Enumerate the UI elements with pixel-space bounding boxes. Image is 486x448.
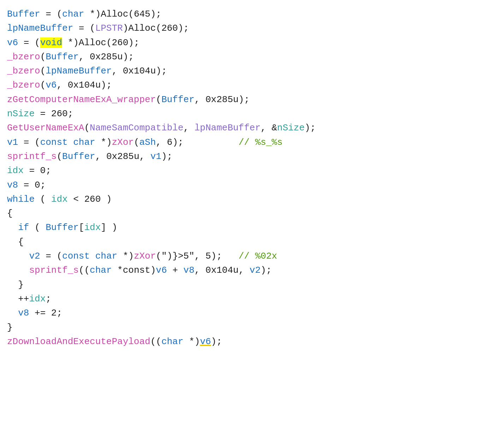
code-token: , 0x285u, xyxy=(95,151,150,162)
code-token: _bzero xyxy=(7,66,40,76)
code-token: , 0x285u); xyxy=(195,94,250,105)
code-line: lpNameBuffer = (LPSTR)Alloc(260); xyxy=(7,21,479,35)
code-token: ); xyxy=(161,151,172,162)
code-token: aSh xyxy=(140,137,156,148)
code-token: , 0x104u); xyxy=(112,66,167,76)
code-token: idx xyxy=(84,222,101,233)
code-line: sprintf_s(Buffer, 0x285u, v1); xyxy=(7,149,479,164)
code-token: = ( xyxy=(73,23,95,34)
code-token: *) xyxy=(183,336,200,347)
code-line: _bzero(Buffer, 0x285u); xyxy=(7,50,479,64)
code-token: { xyxy=(7,237,24,247)
code-token: zGetComputerNameExA_wrapper xyxy=(7,94,156,105)
code-token: zXor xyxy=(112,137,134,148)
code-token: char xyxy=(161,336,183,347)
code-token: lpNameBuffer xyxy=(7,23,73,34)
code-token: v1 xyxy=(7,137,18,148)
code-token: [ xyxy=(79,222,84,233)
code-token: ( xyxy=(40,80,46,90)
code-token: Buffer xyxy=(161,94,195,105)
code-line: } xyxy=(7,320,479,335)
code-token: *)Alloc(645); xyxy=(84,9,161,19)
code-token: )Alloc(260); xyxy=(123,23,189,34)
code-token: Buffer xyxy=(62,151,95,162)
code-line: } xyxy=(7,278,479,292)
code-token xyxy=(7,251,29,261)
code-token: nSize xyxy=(277,123,305,133)
code-token: (")}>5", 5); xyxy=(156,251,238,261)
code-token xyxy=(7,308,18,318)
code-token: ); xyxy=(211,336,222,347)
code-token: _bzero xyxy=(7,52,40,62)
code-token: v6 xyxy=(46,80,57,90)
code-token: ( xyxy=(84,123,90,133)
code-token: const char xyxy=(40,137,95,148)
code-token: sprintf_s xyxy=(29,265,78,276)
code-token: char xyxy=(62,9,84,19)
code-token: Buffer xyxy=(46,52,79,62)
code-token: ); xyxy=(261,265,272,276)
code-token: GetUserNameExA xyxy=(7,123,84,133)
code-token: ] ) xyxy=(101,222,117,233)
code-token: *) xyxy=(117,251,134,261)
code-token: v1 xyxy=(150,151,161,162)
code-token: v6 xyxy=(156,265,167,276)
code-token: v6 xyxy=(7,37,18,48)
code-token: < 260 ) xyxy=(68,194,112,205)
code-token: zDownloadAndExecutePayload xyxy=(7,336,150,347)
code-line: v6 = (void *)Alloc(260); xyxy=(7,36,479,50)
code-token: char xyxy=(90,265,112,276)
code-line: ++idx; xyxy=(7,292,479,306)
code-token: v2 xyxy=(29,251,40,261)
code-line: GetUserNameExA(NameSamCompatible, lpName… xyxy=(7,121,479,135)
code-token: = ( xyxy=(40,9,62,19)
code-line: _bzero(lpNameBuffer, 0x104u); xyxy=(7,64,479,78)
code-token xyxy=(7,222,18,233)
code-token: (( xyxy=(79,265,90,276)
code-token: ; xyxy=(46,294,51,304)
code-token: sprintf_s xyxy=(7,151,57,162)
code-token: } xyxy=(7,279,24,290)
code-token: = 0; xyxy=(18,180,46,190)
code-token: = 260; xyxy=(35,108,73,119)
code-token: if xyxy=(18,222,29,233)
code-token: + xyxy=(167,265,184,276)
code-token: NameSamCompatible xyxy=(90,123,183,133)
code-token: Buffer xyxy=(46,222,79,233)
code-token: (( xyxy=(150,336,161,347)
code-token: v6 xyxy=(200,336,211,347)
code-line: nSize = 260; xyxy=(7,107,479,121)
code-token: ); xyxy=(305,123,316,133)
code-token: ( xyxy=(57,151,62,162)
code-token: ( xyxy=(40,52,46,62)
code-token: LPSTR xyxy=(95,23,123,34)
code-token: idx xyxy=(7,165,24,176)
code-line: zGetComputerNameExA_wrapper(Buffer, 0x28… xyxy=(7,93,479,107)
code-line: { xyxy=(7,206,479,220)
code-line: sprintf_s((char *const)v6 + v8, 0x104u, … xyxy=(7,263,479,277)
code-token: v8 xyxy=(183,265,194,276)
code-token: idx xyxy=(51,194,68,205)
code-line: Buffer = (char *)Alloc(645); xyxy=(7,7,479,21)
code-token: ++ xyxy=(7,294,29,304)
code-token: *const) xyxy=(112,265,156,276)
code-token: , 0x104u, xyxy=(195,265,250,276)
code-token: ( xyxy=(134,137,140,148)
code-token: = ( xyxy=(18,137,40,148)
code-line: while ( idx < 260 ) xyxy=(7,192,479,206)
code-token: _bzero xyxy=(7,80,40,90)
code-token: nSize xyxy=(7,108,35,119)
code-token xyxy=(7,265,29,276)
code-token: *) xyxy=(95,137,112,148)
code-token: idx xyxy=(29,294,46,304)
code-token: , 0x285u); xyxy=(79,52,134,62)
code-token: while xyxy=(7,194,35,205)
code-token: *)Alloc(260); xyxy=(62,37,139,48)
code-token: } xyxy=(7,322,13,333)
code-line: v8 += 2; xyxy=(7,306,479,320)
code-viewer: Buffer = (char *)Alloc(645);lpNameBuffer… xyxy=(7,7,479,349)
code-token: , & xyxy=(261,123,277,133)
code-token: // %02x xyxy=(238,251,277,261)
code-token: ( xyxy=(35,194,51,205)
code-token: v8 xyxy=(7,180,18,190)
